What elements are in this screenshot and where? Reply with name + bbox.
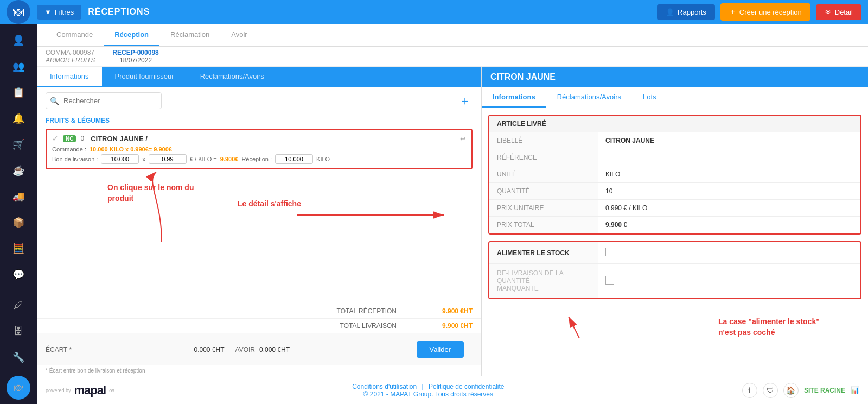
article-section: ARTICLE LIVRÉ LIBELLÉ CITRON JAUNE RÉFÉR… (488, 115, 861, 235)
nc-badge: NC (63, 135, 76, 142)
tab-avoir[interactable]: Avoir (220, 24, 258, 46)
sidebar-item-database[interactable]: 🗄 (7, 319, 30, 343)
mapal-logo: mapal (74, 383, 106, 397)
rapports-label: Rapports (678, 8, 706, 16)
search-bar: 🔍 ＋ (37, 87, 481, 115)
field-key-unite: UNITÉ (489, 166, 598, 183)
search-icon: 🔍 (50, 97, 59, 105)
field-val-libelle: CITRON JAUNE (598, 132, 860, 149)
commande-name: ARMOR FRUITS (46, 56, 95, 64)
table-row: PRIX UNITAIRE 0.990 € / KILO (489, 200, 860, 217)
bl-unit-label: € / KILO = (190, 156, 217, 162)
recycle-icon[interactable]: ↩ (460, 135, 466, 143)
add-product-button[interactable]: ＋ (457, 93, 473, 109)
stock-section: ALIMENTER LE STOCK RE-LIVRAISON DE LA QU… (488, 241, 861, 299)
table-row: QUANTITÉ 10 (489, 183, 860, 200)
tab-reclamation[interactable]: Réclamation (159, 24, 220, 46)
sidebar-item-cart[interactable]: 🛒 (7, 132, 30, 156)
stock-key-alimenter: ALIMENTER LE STOCK (489, 242, 598, 264)
info-icon[interactable]: ℹ (742, 383, 757, 398)
field-key-quantite: QUANTITÉ (489, 183, 598, 200)
annotation-detail-text: Le détail s'affiche (238, 199, 301, 210)
sidebar-item-bell[interactable]: 🔔 (7, 106, 30, 130)
field-val-quantite: 10 (598, 183, 860, 200)
tab-reception[interactable]: Réception (104, 24, 159, 46)
chart-icon: 📊 (851, 386, 859, 394)
annotation-click-text: On clique sur le nom duproduit (107, 182, 194, 204)
reception-label: Réception : (241, 156, 272, 162)
filter-label: Filtres (55, 8, 74, 16)
shield-icon[interactable]: 🛡 (763, 383, 778, 398)
rapports-button[interactable]: 👤 Rapports (657, 4, 715, 20)
conditions-link[interactable]: Conditions d'utilisation (352, 383, 417, 390)
sidebar-item-profile[interactable]: 👤 (7, 28, 30, 52)
totals-area: TOTAL RÉCEPTION 9.900 €HT TOTAL LIVRAISO… (37, 304, 481, 376)
total-livraison-label: TOTAL LIVRAISON (46, 322, 407, 330)
commande-id: COMMA-000987 (46, 49, 95, 56)
detail-button[interactable]: 👁 Détail (816, 4, 861, 20)
sidebar-item-users[interactable]: 👥 (7, 54, 30, 78)
filter-button[interactable]: ▼ Filtres (37, 5, 81, 20)
footnote: * Écart entre bon de livraison et récept… (37, 365, 481, 376)
sidebar-item-delivery[interactable]: 🚚 (7, 185, 30, 209)
two-col-layout: Informations Produit fournisseur Réclama… (37, 67, 868, 376)
commande-detail-label: Commande : (52, 146, 86, 153)
alimenter-stock-checkbox[interactable] (605, 248, 614, 256)
ecart-label: ÉCART * (46, 346, 194, 354)
right-tab-informations[interactable]: Informations (482, 87, 546, 108)
annotation-area-left: On clique sur le nom duproduit Le détail… (37, 172, 481, 258)
sidebar-item-settings-alt[interactable]: ☕ (7, 159, 30, 182)
site-racine-label: SITE RACINE (804, 387, 845, 394)
reception-date: 18/07/2022 (112, 56, 158, 64)
create-reception-button[interactable]: ＋ Créer une réception (720, 3, 810, 21)
product-row-details: Commande : 10.000 KILO x 0.990€= 9.900€ … (52, 146, 466, 164)
bl-qty-input[interactable] (101, 154, 139, 164)
page-title: RÉCEPTIONS (88, 7, 650, 17)
home-icon[interactable]: 🏠 (783, 383, 799, 398)
plus-icon: ＋ (729, 7, 736, 17)
sidebar-item-logo-bottom[interactable]: 🍽 (7, 376, 30, 400)
powered-by: powered by (46, 388, 71, 393)
bl-price-input[interactable] (149, 154, 187, 164)
inner-tab-produit-fournisseur[interactable]: Produit fournisseur (102, 67, 187, 87)
bl-x: x (142, 156, 145, 162)
footer-links: Conditions d'utilisation | Politique de … (349, 383, 507, 398)
search-wrap: 🔍 (46, 92, 453, 109)
right-panel-header: CITRON JAUNE (482, 67, 868, 87)
sidebar-item-edit[interactable]: 🖊 (7, 293, 30, 317)
inner-tab-reclamations-avoirs[interactable]: Réclamations/Avoirs (187, 67, 277, 87)
total-reception-row: TOTAL RÉCEPTION 9.900 €HT (37, 304, 481, 319)
product-name[interactable]: CITRON JAUNE / (91, 135, 148, 143)
politique-link[interactable]: Politique de confidentialité (429, 383, 504, 390)
right-panel: CITRON JAUNE Informations Réclamations/A… (482, 67, 868, 376)
stock-val-relivraison (598, 264, 860, 298)
bl-total: 9.900€ (220, 156, 239, 162)
reception-qty-input[interactable] (275, 154, 313, 164)
inner-tab-informations[interactable]: Informations (37, 67, 102, 87)
right-tab-reclamations[interactable]: Réclamations/Avoirs (546, 87, 632, 108)
sidebar-item-stock[interactable]: 📦 (7, 211, 30, 235)
sidebar: 👤 👥 📋 🔔 🛒 ☕ 🚚 📦 🧮 💬 🖊 🗄 🔧 🍽 (0, 24, 37, 404)
copyright: © 2021 - MAPAL Group. Tous droits réserv… (363, 390, 493, 398)
stock-table: ALIMENTER LE STOCK RE-LIVRAISON DE LA QU… (489, 242, 860, 298)
eye-icon: 👁 (825, 8, 832, 16)
reception-unit: KILO (316, 156, 330, 162)
footer-logo: powered by mapal os (46, 383, 114, 397)
arrow-svg (37, 172, 481, 258)
bl-line: Bon de livraison : x € / KILO = 9.900€ R… (52, 154, 466, 164)
search-input[interactable] (46, 92, 162, 109)
sidebar-item-list[interactable]: 📋 (7, 80, 30, 104)
sidebar-item-messages[interactable]: 💬 (7, 263, 30, 287)
product-row: ✓ NC 0 CITRON JAUNE / ↩ Commande : 10.00… (46, 129, 473, 169)
right-tab-lots[interactable]: Lots (632, 87, 667, 108)
tab-commande[interactable]: Commande (46, 24, 104, 46)
sidebar-item-calculator[interactable]: 🧮 (7, 237, 30, 261)
reception-id: RECEP-000098 (112, 49, 158, 56)
top-bar-actions: 👤 Rapports ＋ Créer une réception 👁 Détai… (657, 3, 861, 21)
relivraison-checkbox[interactable] (605, 276, 614, 285)
stock-row-relivraison: RE-LIVRAISON DE LA QUANTITÉMANQUANTE (489, 264, 860, 298)
product-row-header: ✓ NC 0 CITRON JAUNE / ↩ (52, 134, 466, 143)
table-row: LIBELLÉ CITRON JAUNE (489, 132, 860, 149)
sidebar-item-tools[interactable]: 🔧 (7, 345, 30, 369)
valider-button[interactable]: Valider (417, 341, 464, 358)
